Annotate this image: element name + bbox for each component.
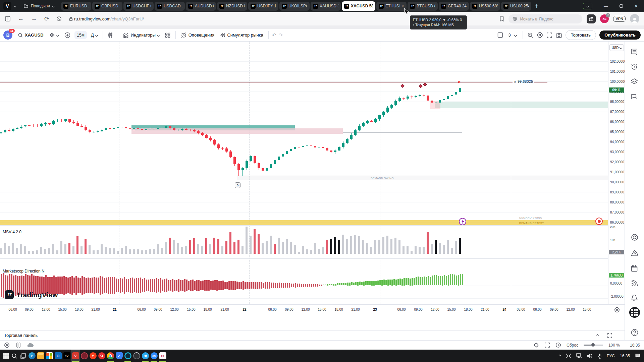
- settings-gear-icon[interactable]: [537, 32, 543, 38]
- screener-radar-icon[interactable]: [631, 233, 639, 241]
- browser-tab-usdchf[interactable]: 17USDCHF 0,8: [123, 2, 154, 11]
- tradingview-app-icon[interactable]: 17: [62, 350, 71, 362]
- templates-grid-button[interactable]: [163, 31, 172, 39]
- browser-tab-usdcad[interactable]: 17USDCAD 1,4: [155, 2, 185, 11]
- ideas-icon[interactable]: [631, 249, 639, 257]
- edge-icon[interactable]: e: [28, 350, 36, 362]
- darkred-app-icon[interactable]: [80, 350, 89, 362]
- interval-15m-button[interactable]: 15м: [74, 31, 87, 39]
- panel-maximize-icon[interactable]: [607, 333, 612, 338]
- calendar-icon[interactable]: [631, 265, 638, 272]
- panel-expand-chevron-icon[interactable]: [596, 334, 599, 337]
- lightning-circle-icon[interactable]: [459, 218, 466, 225]
- bookmark-flag-icon[interactable]: [499, 16, 504, 22]
- browser-tab-btcusd[interactable]: 17BTCUSD 89: [408, 2, 438, 11]
- browser-tab-nzdusd[interactable]: 17NZDUSD 0,5: [217, 2, 247, 11]
- minimize-button[interactable]: —: [604, 4, 608, 9]
- action-center-icon[interactable]: [635, 353, 641, 358]
- chart-style-button[interactable]: [106, 31, 114, 40]
- zoom-icon[interactable]: zm: [150, 350, 158, 362]
- add-symbol-button[interactable]: [63, 31, 72, 40]
- object-tree-layers-icon[interactable]: [631, 78, 638, 85]
- help-icon[interactable]: [631, 328, 639, 337]
- indicators-button[interactable]: Индикаторы: [121, 31, 161, 39]
- vpn-button[interactable]: VPN: [613, 16, 626, 22]
- tray-network-icon[interactable]: [576, 353, 582, 358]
- axis-settings-gear-icon[interactable]: [614, 307, 620, 313]
- direction-indicator-title[interactable]: Marketscop Direction N: [3, 269, 45, 274]
- yandex-browser-icon[interactable]: Y: [89, 350, 97, 362]
- yandex-v-app-icon[interactable]: V: [71, 350, 80, 362]
- account-avatar[interactable]: B11: [3, 31, 12, 40]
- cyan-c-app-icon[interactable]: [123, 350, 132, 362]
- start-button[interactable]: [1, 350, 10, 362]
- time-axis[interactable]: 06:0009:0012:0015:0018:0021:002106:0009:…: [0, 304, 625, 315]
- chart-plot[interactable]: DEMAND SWINGDEMAND SWINGDEMAND RETEST▲99…: [0, 42, 608, 304]
- market-simulator-button[interactable]: Симулятор рынка: [218, 31, 265, 39]
- crosshair-target-icon[interactable]: [533, 342, 539, 348]
- browser-logo-icon[interactable]: V: [3, 2, 11, 10]
- shield-vpn-app-icon[interactable]: ✓: [115, 350, 123, 362]
- bottom-settings-gear-icon[interactable]: [4, 342, 10, 348]
- browser-tab-usdjpy[interactable]: 17USDJPY 156: [248, 2, 278, 11]
- interval-daily-button[interactable]: Д: [89, 31, 99, 39]
- news-signal-icon[interactable]: [631, 280, 638, 287]
- reset-button[interactable]: Сброс: [567, 343, 578, 348]
- quick-search-icon[interactable]: [527, 32, 533, 38]
- frame-scale-icon[interactable]: [544, 342, 550, 348]
- notifications-bell-icon[interactable]: [631, 294, 638, 301]
- dark-swirl-app-icon[interactable]: [132, 350, 141, 362]
- browser-menu-chevron-icon[interactable]: [14, 5, 16, 7]
- back-button[interactable]: ←: [18, 15, 24, 22]
- browser-tab-xagusd[interactable]: 17XAGUSD 58: [342, 1, 375, 11]
- browser-tab-ukoilspot[interactable]: 17UKOILSPOT: [279, 2, 310, 11]
- address-bar[interactable]: ru.tradingview.com/chart/yQ3hFarU/: [69, 16, 144, 21]
- layout-count-button[interactable]: 3: [506, 31, 518, 39]
- browser-tab-ethusd[interactable]: 17ETHUSD✕: [376, 2, 407, 11]
- task-view-icon[interactable]: [19, 350, 28, 362]
- redo-button[interactable]: ↷: [278, 32, 283, 38]
- apps-grid-button[interactable]: [629, 307, 640, 318]
- taskbar-clock[interactable]: 16:35: [620, 354, 630, 358]
- browser-tab-us500[interactable]: 17US500 689: [470, 2, 500, 11]
- bookmarks-folder[interactable]: Поводыри: [23, 4, 54, 9]
- browser-tab-audusd[interactable]: 17AUDUSD 0,6: [186, 2, 216, 11]
- red-app-icon[interactable]: pq: [158, 350, 167, 362]
- chrome-icon[interactable]: [106, 350, 115, 362]
- profile-ab-button[interactable]: AB2: [600, 14, 609, 23]
- close-cross-marker[interactable]: ✕: [458, 80, 461, 84]
- undo-button[interactable]: ↶: [272, 32, 276, 38]
- yandex-search-field[interactable]: Искать в Яндекс: [508, 14, 582, 23]
- reload-button[interactable]: ⟳: [44, 15, 49, 22]
- compare-symbol-button[interactable]: [48, 31, 60, 39]
- publish-button[interactable]: Опубликовать: [599, 31, 641, 40]
- symbol-search-button[interactable]: XAGUSD: [16, 31, 45, 39]
- zoom-slider-knob[interactable]: [591, 343, 595, 347]
- currency-selector[interactable]: USD: [609, 44, 624, 51]
- watchlist-icon[interactable]: [631, 48, 638, 56]
- side-panel-icon[interactable]: [5, 16, 11, 22]
- zoom-slider[interactable]: [584, 345, 603, 346]
- layout-icon[interactable]: [497, 32, 503, 38]
- outlook-icon[interactable]: O: [54, 350, 62, 362]
- tray-microphone-icon[interactable]: [598, 353, 602, 359]
- file-explorer-icon[interactable]: [36, 350, 45, 362]
- tray-expand-chevron-icon[interactable]: [558, 354, 561, 357]
- chat-icon[interactable]: [631, 93, 638, 101]
- browser-tab-us100[interactable]: 17US100 254: [501, 2, 531, 11]
- restore-button[interactable]: [620, 4, 623, 8]
- gift-button[interactable]: [587, 14, 596, 23]
- tray-speaker-icon[interactable]: [587, 353, 593, 358]
- red-logo-circle-icon[interactable]: [595, 218, 603, 225]
- browser-tab-gbpusd[interactable]: 17GBPUSD 1,3: [92, 2, 122, 11]
- trade-button[interactable]: Торговать: [566, 30, 596, 40]
- telegram-icon[interactable]: [141, 350, 150, 362]
- browser-tab-xauusd[interactable]: 17XAUUSD 39: [311, 2, 341, 11]
- tray-record-icon[interactable]: [566, 353, 571, 359]
- browser-tab-ger40[interactable]: 17GER40 248: [439, 2, 469, 11]
- price-axis[interactable]: USD 09:11 2,21K 1,76633 102,00000101,000…: [608, 42, 625, 304]
- keyboard-language[interactable]: РУС: [607, 354, 615, 358]
- user-avatar[interactable]: [630, 14, 639, 23]
- tab-close-icon[interactable]: ✕: [401, 4, 404, 8]
- yandex-search-app-icon[interactable]: Я: [97, 350, 106, 362]
